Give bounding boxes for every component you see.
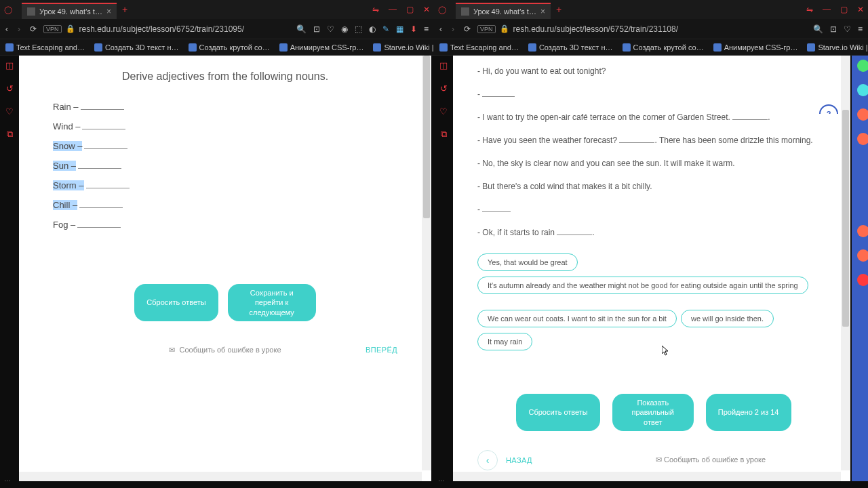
side-circle[interactable] bbox=[857, 133, 868, 145]
sidebar-icon[interactable]: ◫ bbox=[4, 60, 15, 70]
answer-blank[interactable] bbox=[732, 113, 768, 120]
opera-icon[interactable]: ◯ bbox=[4, 5, 12, 14]
answer-blank[interactable] bbox=[482, 205, 511, 212]
bookmark-item[interactable]: Text Escaping and… bbox=[439, 43, 519, 52]
search-icon[interactable]: 🔍 bbox=[296, 24, 307, 34]
side-circle[interactable] bbox=[857, 249, 868, 262]
menu-icon[interactable]: ≡ bbox=[424, 24, 429, 34]
forward-link[interactable]: ВПЕРЁД bbox=[366, 346, 397, 354]
bookmark-item[interactable]: Text Escaping and… bbox=[5, 43, 85, 52]
answer-blank[interactable] bbox=[86, 180, 130, 188]
minimize-icon[interactable]: — bbox=[823, 5, 831, 14]
camera-icon[interactable]: ⊡ bbox=[830, 24, 837, 34]
sidebar-icon[interactable]: ⧉ bbox=[438, 129, 449, 140]
sync-icon[interactable]: ⇋ bbox=[372, 5, 379, 14]
side-circle[interactable] bbox=[857, 225, 868, 237]
bookmark-icon[interactable]: ♡ bbox=[327, 24, 334, 34]
bookmark-item[interactable]: Создать 3D текст н… bbox=[94, 43, 179, 52]
answer-blank[interactable] bbox=[619, 136, 654, 143]
bookmark-item[interactable]: Создать крутой со… bbox=[623, 43, 704, 52]
answer-chip[interactable]: Yes, that would be great bbox=[477, 253, 578, 271]
new-tab-button[interactable]: + bbox=[122, 4, 127, 15]
answer-blank[interactable] bbox=[557, 228, 592, 235]
opera-icon[interactable]: ◯ bbox=[438, 5, 446, 14]
search-icon[interactable]: 🔍 bbox=[813, 24, 823, 34]
new-tab-button[interactable]: + bbox=[556, 4, 561, 15]
ext4-icon[interactable]: ✎ bbox=[382, 24, 389, 34]
bookmark-item[interactable]: Создать 3D текст н… bbox=[528, 43, 613, 52]
close-tab-icon[interactable]: × bbox=[106, 7, 111, 16]
vpn-badge[interactable]: VPN bbox=[43, 25, 62, 33]
side-circle[interactable] bbox=[857, 84, 868, 96]
report-error-link[interactable]: ✉Сообщить об ошибке в уроке bbox=[53, 346, 397, 354]
answer-blank[interactable] bbox=[78, 161, 121, 169]
sync-icon[interactable]: ⇋ bbox=[806, 5, 813, 14]
forward-icon[interactable]: › bbox=[18, 24, 20, 34]
maximize-icon[interactable]: ▢ bbox=[840, 5, 848, 14]
horizontal-scrollbar[interactable] bbox=[453, 472, 841, 481]
answer-blank[interactable] bbox=[82, 121, 125, 129]
reload-icon[interactable]: ⟳ bbox=[464, 24, 471, 34]
bookmark-icon[interactable]: ♡ bbox=[844, 24, 851, 34]
horizontal-scrollbar[interactable] bbox=[19, 472, 422, 481]
browser-tab[interactable]: Урок 49. what's the weath… × bbox=[456, 3, 551, 19]
close-tab-icon[interactable]: × bbox=[540, 7, 545, 16]
back-link[interactable]: НАЗАД bbox=[506, 456, 532, 464]
url-display[interactable]: VPN 🔒 resh.edu.ru/subject/lesson/6752/tr… bbox=[477, 24, 678, 34]
envelope-icon: ✉ bbox=[656, 455, 664, 464]
answer-blank[interactable] bbox=[482, 90, 515, 97]
answer-blank[interactable] bbox=[81, 102, 124, 110]
ext1-icon[interactable]: ◉ bbox=[341, 24, 348, 34]
minimize-icon[interactable]: — bbox=[389, 5, 397, 14]
answer-chip[interactable]: It's autumn already and the weather migh… bbox=[477, 277, 808, 294]
answer-blank[interactable] bbox=[84, 141, 127, 149]
back-icon[interactable]: ‹ bbox=[439, 24, 442, 34]
reload-icon[interactable]: ⟳ bbox=[30, 24, 37, 34]
answer-chip[interactable]: We can wear out coats. I want to sit in … bbox=[477, 310, 677, 327]
side-circle[interactable] bbox=[857, 60, 868, 72]
sidebar-icon[interactable]: ♡ bbox=[438, 106, 449, 117]
bookmark-item[interactable]: Анимируем CSS-гр… bbox=[713, 43, 798, 52]
menu-icon[interactable]: ≡ bbox=[858, 24, 863, 34]
show-answer-button[interactable]: Показать правильный ответ bbox=[612, 394, 694, 431]
browser-tab[interactable]: Урок 49. what's the weath… × bbox=[22, 3, 117, 19]
back-icon[interactable]: ‹ bbox=[5, 24, 8, 34]
bookmark-item[interactable]: Анимируем CSS-гр… bbox=[279, 43, 364, 52]
answer-blank[interactable] bbox=[79, 200, 123, 208]
ext2-icon[interactable]: ⬚ bbox=[355, 24, 362, 34]
ext3-icon[interactable]: ◐ bbox=[369, 24, 376, 34]
url-display[interactable]: VPN 🔒 resh.edu.ru/subject/lesson/6752/tr… bbox=[43, 24, 244, 34]
answer-blank[interactable] bbox=[77, 220, 121, 228]
bookmark-item[interactable]: Создать крутой со… bbox=[189, 43, 270, 52]
chevron-left-icon: ‹ bbox=[486, 455, 490, 466]
forward-icon[interactable]: › bbox=[452, 24, 454, 34]
answer-chip[interactable]: It may rain bbox=[477, 333, 532, 350]
vertical-scrollbar[interactable] bbox=[422, 56, 431, 470]
reset-button[interactable]: Сбросить ответы bbox=[516, 394, 599, 431]
back-circle-button[interactable]: ‹ bbox=[477, 450, 498, 470]
camera-icon[interactable]: ⊡ bbox=[313, 24, 320, 34]
sidebar-icon[interactable]: ♡ bbox=[4, 106, 15, 117]
answer-chip[interactable]: we will go inside then. bbox=[681, 310, 774, 327]
report-error-link[interactable]: ✉ Сообщить об ошибке в уроке bbox=[656, 455, 766, 464]
ext5-icon[interactable]: ▦ bbox=[396, 24, 403, 34]
reset-button[interactable]: Сбросить ответы bbox=[134, 284, 218, 321]
close-window-icon[interactable]: ✕ bbox=[857, 5, 864, 14]
sidebar-icon[interactable]: ⧉ bbox=[4, 129, 15, 140]
save-next-button[interactable]: Сохранить и перейти к следующему bbox=[228, 284, 316, 321]
vertical-scrollbar[interactable] bbox=[841, 56, 850, 470]
sidebar-icon[interactable]: ↺ bbox=[4, 83, 15, 94]
progress-button[interactable]: Пройдено 2 из 14 bbox=[706, 394, 791, 431]
bookmark-item[interactable]: Starve.io Wiki | Fan… bbox=[807, 43, 868, 52]
side-circle[interactable] bbox=[857, 108, 868, 121]
bookmark-favicon-icon bbox=[713, 43, 722, 52]
vpn-badge[interactable]: VPN bbox=[477, 25, 496, 33]
sidebar-icon[interactable]: ↺ bbox=[438, 83, 449, 94]
bookmark-favicon-icon bbox=[439, 43, 448, 52]
bookmark-favicon-icon bbox=[94, 43, 102, 52]
download-icon[interactable]: ⬇ bbox=[410, 24, 417, 34]
side-circle[interactable] bbox=[857, 274, 868, 286]
sidebar-icon[interactable]: ◫ bbox=[438, 60, 449, 70]
maximize-icon[interactable]: ▢ bbox=[406, 5, 414, 14]
close-window-icon[interactable]: ✕ bbox=[423, 5, 430, 14]
